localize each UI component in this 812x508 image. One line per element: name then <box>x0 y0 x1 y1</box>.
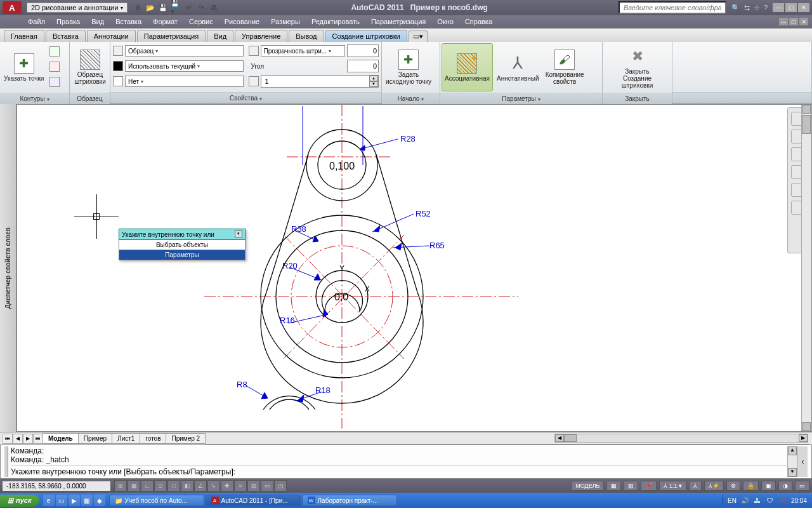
qat-undo-icon[interactable]: ↶ <box>183 3 193 13</box>
menu-view[interactable]: Вид <box>91 18 104 25</box>
menu-format[interactable]: Формат <box>153 18 178 25</box>
menu-file[interactable]: Файл <box>28 18 45 25</box>
panel-properties-title[interactable]: Свойства <box>110 92 381 104</box>
3dosnap-toggle[interactable]: ◧ <box>181 480 193 491</box>
transparency-spinner[interactable]: 0 <box>347 44 379 57</box>
hscroll-left[interactable]: ◀ <box>555 434 564 442</box>
tab-hatch-creation[interactable]: Создание штриховки <box>325 30 407 42</box>
hatch-pattern-button[interactable]: Образец штриховки <box>71 43 109 91</box>
panel-boundaries-title[interactable]: Контуры <box>0 93 69 104</box>
cmd-scroll-down[interactable]: ▼ <box>788 468 797 477</box>
cmd-vscroll[interactable]: ▲ ▼ <box>787 446 797 477</box>
annoscale-dropdown[interactable]: ⅄ 1:1 ▾ <box>659 481 686 491</box>
menu-modify[interactable]: Редактировать <box>311 18 360 25</box>
tab-annotate[interactable]: Аннотации <box>87 30 136 42</box>
remove-boundary-button[interactable] <box>48 60 62 74</box>
layout-tab-3[interactable]: готов <box>140 433 166 444</box>
quick-view-button[interactable]: ▥ <box>624 481 638 491</box>
menu-service[interactable]: Сервис <box>189 18 213 25</box>
command-line[interactable]: Команда: Команда: _hatch Укажите внутрен… <box>0 444 812 479</box>
annoscale-lock[interactable]: 📌 <box>641 481 657 491</box>
recreate-boundary-button[interactable] <box>48 75 62 89</box>
tray-clock[interactable]: 20:04 <box>791 497 807 504</box>
hardware-accel[interactable]: ▣ <box>761 481 776 491</box>
layout-tab-model[interactable]: Модель <box>43 433 79 444</box>
osnap-toggle[interactable]: □ <box>167 480 180 491</box>
angle-spinner[interactable]: 0 <box>347 60 379 72</box>
scroll-up-button[interactable] <box>802 105 811 114</box>
sc-toggle[interactable]: ◳ <box>274 480 287 491</box>
cmd-prompt[interactable]: Укажите внутреннюю точку или [Выбрать об… <box>11 465 787 476</box>
coords-readout[interactable]: -183.3165, 58.9660 , 0.0000 <box>3 481 110 491</box>
help-search-input[interactable] <box>619 1 726 14</box>
drawing-canvas[interactable]: R28 R52 R65 R38 R20 R16 R8 R18 0,100 0,0… <box>16 104 812 432</box>
vertical-scrollbar[interactable] <box>801 105 811 431</box>
tab-output[interactable]: Вывод <box>289 30 324 42</box>
workspace-dropdown[interactable]: 2D рисование и аннотации ▾ <box>27 3 128 13</box>
menu-help[interactable]: Справка <box>465 18 492 25</box>
tray-volume-icon[interactable]: 🔊 <box>740 496 749 505</box>
snap-toggle[interactable]: ⊞ <box>114 480 127 491</box>
ql-media-icon[interactable]: ▶ <box>69 495 80 506</box>
qat-new-icon[interactable]: 🗎 <box>133 3 143 13</box>
favorite-icon[interactable]: ☆ <box>754 4 760 12</box>
tab-extra-dropdown[interactable]: ▭▾ <box>409 30 428 42</box>
menu-insert[interactable]: Вставка <box>115 18 141 25</box>
annotation-visibility[interactable]: ⅄ <box>689 481 702 491</box>
qat-open-icon[interactable]: 📂 <box>145 3 155 13</box>
match-properties-button[interactable]: 🖌 Копирование свойств <box>543 43 587 91</box>
mdi-minimize[interactable]: — <box>779 18 788 25</box>
help-icon[interactable]: ? <box>764 4 768 12</box>
mdi-restore[interactable]: ▢ <box>789 18 798 25</box>
layout-tab-4[interactable]: Пример 2 <box>166 433 206 444</box>
task-word[interactable]: WЛабораторн практ-... <box>302 495 397 506</box>
ortho-toggle[interactable]: ∟ <box>141 480 154 491</box>
app-menu-button[interactable]: A <box>3 1 22 14</box>
hatch-color-dropdown[interactable]: Использовать текущий <box>125 60 244 72</box>
dyn-toggle[interactable]: ✚ <box>221 480 233 491</box>
polar-toggle[interactable]: ⊙ <box>154 480 167 491</box>
tab-manage[interactable]: Управление <box>235 30 287 42</box>
model-space-button[interactable]: МОДЕЛЬ <box>571 481 604 491</box>
layout-tab-2[interactable]: Лист1 <box>112 433 140 444</box>
scroll-thumb[interactable] <box>802 115 811 134</box>
popup-menu-icon[interactable]: ▾ <box>235 231 242 238</box>
mdi-close[interactable]: ✕ <box>799 18 808 25</box>
ducs-toggle[interactable]: ↳ <box>207 480 220 491</box>
set-origin-button[interactable]: ✚ Задать исходную точку <box>383 43 434 91</box>
menu-edit[interactable]: Правка <box>56 18 80 25</box>
spinner-down[interactable]: ▼ <box>369 81 378 87</box>
panel-options-title[interactable]: Параметры <box>440 93 602 104</box>
ql-ie-icon[interactable]: e <box>43 495 55 506</box>
system-tray[interactable]: EN 🔊 🖧 🛡 K 20:04 <box>722 495 812 506</box>
transparency-dropdown[interactable]: Прозрачность штри... <box>261 45 346 57</box>
minimize-button[interactable]: — <box>773 3 784 12</box>
tray-kaspersky-icon[interactable]: K <box>778 496 787 505</box>
cmd-expand-button[interactable]: ‹ <box>797 446 808 477</box>
tab-insert[interactable]: Вставка <box>46 30 86 42</box>
tpy-toggle[interactable]: ▤ <box>247 480 260 491</box>
layout-tab-1[interactable]: Пример <box>78 433 112 444</box>
cmdline-grip[interactable] <box>4 446 8 477</box>
isolate-objects[interactable]: ◑ <box>778 481 792 491</box>
cmd-scroll-up[interactable]: ▲ <box>788 446 797 455</box>
qat-print-icon[interactable]: 🖶 <box>209 3 219 13</box>
menu-draw[interactable]: Рисование <box>225 18 259 25</box>
scale-spinner[interactable]: 1 ▲▼ <box>261 75 379 88</box>
ql-app-icon[interactable]: ◆ <box>94 495 105 506</box>
qat-save-icon[interactable]: 💾 <box>158 3 168 13</box>
tab-parametric[interactable]: Параметризация <box>137 30 206 42</box>
tab-nav-prev[interactable]: ◀ <box>13 434 23 444</box>
scroll-down-button[interactable] <box>802 422 811 431</box>
workspace-switch[interactable]: ⚙ <box>726 481 740 491</box>
lwt-toggle[interactable]: ≡ <box>234 480 247 491</box>
menu-dimension[interactable]: Размеры <box>271 18 300 25</box>
tab-nav-last[interactable]: ⏭ <box>33 434 43 444</box>
spinner-up[interactable]: ▲ <box>369 76 378 81</box>
clean-screen[interactable]: ▭ <box>795 481 809 491</box>
layer-palette-bar[interactable]: Диспетчер свойств слоев <box>0 104 16 432</box>
background-dropdown[interactable]: Нет <box>125 76 244 87</box>
ql-totalcmd-icon[interactable]: ▦ <box>81 495 93 506</box>
qp-toggle[interactable]: ▭ <box>261 480 273 491</box>
associative-button[interactable]: ✦ Ассоциативная <box>442 43 493 91</box>
